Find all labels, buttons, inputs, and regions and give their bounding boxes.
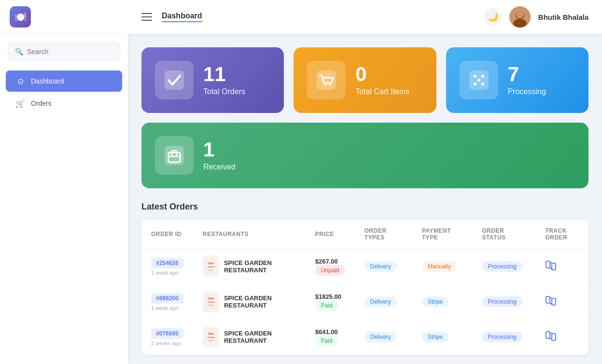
user-name: Bhutik Bhalala [538,13,588,21]
avatar-svg [509,6,531,28]
menu-button[interactable] [141,13,152,21]
orders-icon: 🛒 [15,98,25,108]
checkmark-icon [163,69,186,92]
svg-rect-34 [552,334,556,340]
restaurant-logo: Spice Garden REST. [203,291,219,312]
payment-type-badge: Stripe [422,296,448,307]
orders-table-body: #254626 1 week ago Spice Garden REST. SP… [141,249,588,355]
restaurant-name: SPICE GARDEN RESTAURANT [224,330,296,344]
payment-status-badge: Paid [315,336,338,346]
moon-icon: 🌙 [488,12,498,22]
order-type-badge: Delivery [364,332,397,342]
received-icon-box [155,136,194,175]
cart-label: Total Cart Items [355,87,409,96]
restaurant-cell: Spice Garden REST. SPICE GARDEN RESTAURA… [193,284,306,320]
search-icon: 🔍 [15,48,23,56]
search-input[interactable] [27,48,113,56]
svg-text:Garden: Garden [207,336,215,338]
topbar-right: 🌙 Bhutik Bhalala [484,6,588,28]
order-id-badge[interactable]: #254626 [151,258,183,268]
search-box[interactable]: 🔍 [8,42,120,61]
restaurant-logo-svg: Spice Garden REST. [203,256,219,277]
stat-card-cart: 0 Total Cart Items [294,47,436,113]
order-time: 2 weeks ago [151,340,183,346]
svg-text:REST.: REST. [209,269,213,271]
svg-rect-33 [546,332,550,338]
table-row: #898200 1 week ago Spice Garden REST. SP… [141,284,588,320]
track-order-icon[interactable] [545,333,557,344]
col-track-order: TRACK ORDER [535,220,588,249]
restaurant-logo: Spice Garden REST. [203,326,219,348]
price-amount: $641.00 [315,328,345,336]
restaurant-logo-svg: Spice Garden REST. [203,291,219,312]
order-status-cell: Processing [472,320,535,355]
map-icon [545,295,557,307]
sidebar-item-dashboard[interactable]: ⊙ Dashboard [6,70,122,92]
svg-point-6 [324,84,326,86]
payment-type-badge: Manually [422,261,457,272]
price-cell: $1825.00 Paid [306,284,355,320]
svg-rect-28 [552,298,556,305]
track-order-cell[interactable] [535,249,588,284]
logo: 🍽️ [10,6,31,28]
order-type-cell: Delivery [355,320,412,355]
cart-value: 0 [355,64,409,84]
processing-info: 7 Processing [508,64,546,96]
svg-point-12 [481,83,484,85]
svg-rect-27 [546,296,550,303]
received-label: Received [203,163,236,171]
order-time: 1 week ago [151,305,183,311]
svg-rect-21 [546,261,550,268]
track-order-icon[interactable] [545,298,557,308]
order-status-cell: Processing [472,284,535,320]
order-status-cell: Processing [472,249,535,284]
svg-rect-22 [552,263,556,270]
col-payment-type: PAYMENT TYPE [412,220,472,249]
restaurant-cell: Spice Garden REST. SPICE GARDEN RESTAURA… [193,320,306,355]
sidebar-item-orders[interactable]: 🛒 Orders [6,93,122,114]
price-cell: $641.00 Paid [306,320,355,355]
svg-point-9 [474,75,476,78]
avatar [509,6,531,28]
processing-value: 7 [508,64,546,84]
track-order-icon[interactable] [545,263,557,273]
restaurant-logo-svg: Spice Garden REST. [203,326,219,348]
svg-text:REST.: REST. [209,305,213,307]
svg-point-3 [516,10,524,18]
cart-icon-box [307,61,346,99]
table-header: ORDER ID RESTAURANTS PRICE ORDER TYPES P… [141,220,588,249]
page-title: Dashboard [162,12,202,22]
svg-text:Garden: Garden [207,301,215,303]
payment-type-cell: Stripe [412,284,472,320]
order-id-badge[interactable]: #898200 [151,293,183,304]
logo-emoji: 🍽️ [14,11,27,23]
orders-table-container: ORDER ID RESTAURANTS PRICE ORDER TYPES P… [141,220,588,355]
order-id-badge[interactable]: #076695 [151,328,183,339]
topbar-left: Dashboard [141,12,202,22]
package-icon [163,144,186,167]
payment-type-cell: Manually [412,249,472,284]
orders-table: ORDER ID RESTAURANTS PRICE ORDER TYPES P… [141,220,588,355]
col-order-status: ORDER STATUS [472,220,535,249]
cart-icon [315,69,338,92]
total-orders-value: 11 [203,64,245,84]
track-order-cell[interactable] [535,284,588,320]
svg-point-10 [481,75,484,78]
svg-rect-5 [317,70,336,90]
track-order-cell[interactable] [535,320,588,355]
svg-point-13 [477,79,480,82]
map-icon [545,260,557,271]
order-time: 1 week ago [151,270,183,276]
dark-mode-button[interactable]: 🌙 [484,8,502,26]
total-orders-label: Total Orders [203,87,245,96]
order-type-cell: Delivery [355,284,412,320]
topbar: Dashboard 🌙 Bhutik Bhalala [128,0,602,34]
sidebar-item-label: Dashboard [31,77,64,85]
col-restaurants: RESTAURANTS [193,220,306,249]
order-status-badge: Processing [482,261,522,272]
col-order-types: ORDER TYPES [355,220,412,249]
sidebar-header: 🍽️ [0,0,128,34]
stats-row-top: 11 Total Orders 0 Total Cart Items [141,47,588,113]
order-type-badge: Delivery [364,261,397,272]
stats-row-bottom: 1 Received [141,123,588,188]
